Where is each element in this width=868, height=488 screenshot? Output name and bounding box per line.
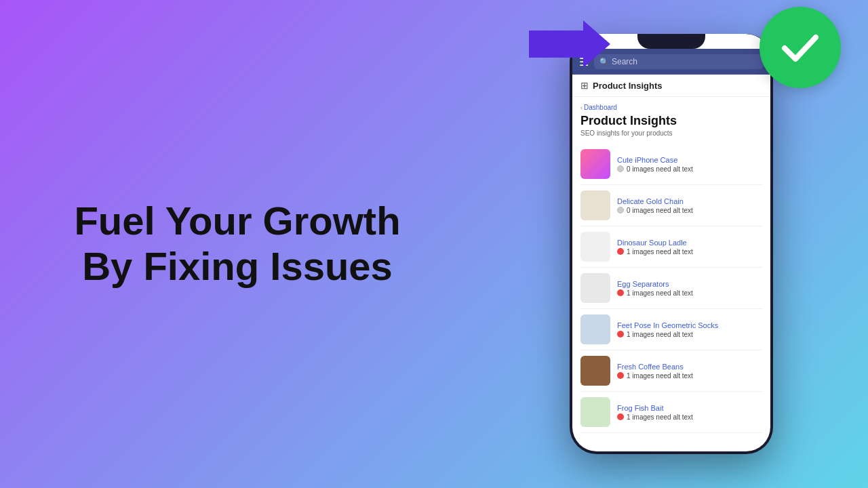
product-status: 1 images need alt text bbox=[617, 413, 762, 421]
status-ok-dot bbox=[617, 207, 624, 214]
product-item[interactable]: Dinosaur Soup Ladle1 images need alt tex… bbox=[580, 226, 762, 268]
breadcrumb-chevron: ‹ bbox=[580, 104, 583, 111]
product-name[interactable]: Dinosaur Soup Ladle bbox=[617, 239, 762, 247]
search-bar[interactable]: 🔍 Search bbox=[594, 54, 764, 69]
product-info: Cute iPhone Case0 images need alt text bbox=[617, 156, 762, 173]
phone-frame: ☰ 🔍 Search ⊞ Product Insights ‹ Dashboar… bbox=[570, 34, 773, 454]
headline-line2: By Fixing Issues bbox=[74, 244, 400, 289]
status-error-dot bbox=[617, 331, 624, 338]
left-section: Fuel Your Growth By Fixing Issues bbox=[0, 171, 475, 316]
product-status: 1 images need alt text bbox=[617, 372, 762, 380]
status-error-dot bbox=[617, 289, 624, 296]
product-status: 1 images need alt text bbox=[617, 331, 762, 338]
product-thumbnail bbox=[580, 149, 610, 179]
status-error-dot bbox=[617, 413, 624, 420]
status-text: 1 images need alt text bbox=[627, 413, 693, 421]
product-thumbnail bbox=[580, 273, 610, 303]
product-status: 0 images need alt text bbox=[617, 207, 762, 214]
status-text: 1 images need alt text bbox=[627, 248, 693, 256]
status-error-dot bbox=[617, 248, 624, 255]
breadcrumb: ‹ Dashboard bbox=[580, 104, 762, 111]
product-name[interactable]: Fresh Coffee Beans bbox=[617, 363, 762, 371]
status-ok-dot bbox=[617, 165, 624, 172]
product-item[interactable]: Feet Pose In Geometric Socks1 images nee… bbox=[580, 309, 762, 350]
headline-line1: Fuel Your Growth bbox=[74, 199, 400, 244]
phone-screen: ☰ 🔍 Search ⊞ Product Insights ‹ Dashboar… bbox=[572, 34, 770, 451]
page-title-bar: ⊞ Product Insights bbox=[572, 75, 770, 97]
product-thumbnail bbox=[580, 232, 610, 262]
status-text: 1 images need alt text bbox=[627, 372, 693, 380]
right-section: ☰ 🔍 Search ⊞ Product Insights ‹ Dashboar… bbox=[475, 0, 868, 488]
status-text: 1 images need alt text bbox=[627, 289, 693, 297]
headline: Fuel Your Growth By Fixing Issues bbox=[74, 199, 400, 289]
arrow-icon bbox=[529, 20, 610, 70]
phone-notch bbox=[637, 34, 705, 49]
product-info: Delicate Gold Chain0 images need alt tex… bbox=[617, 197, 762, 214]
product-name[interactable]: Cute iPhone Case bbox=[617, 156, 762, 164]
content-area: ‹ Dashboard Product Insights SEO insight… bbox=[572, 97, 770, 440]
check-badge bbox=[760, 7, 841, 88]
product-name[interactable]: Delicate Gold Chain bbox=[617, 197, 762, 205]
page-title: Product Insights bbox=[593, 81, 663, 91]
status-text: 0 images need alt text bbox=[627, 207, 693, 214]
product-status: 1 images need alt text bbox=[617, 289, 762, 297]
product-info: Frog Fish Bait1 images need alt text bbox=[617, 404, 762, 421]
section-title: Product Insights bbox=[580, 114, 762, 128]
product-info: Dinosaur Soup Ladle1 images need alt tex… bbox=[617, 239, 762, 256]
breadcrumb-link[interactable]: Dashboard bbox=[584, 104, 617, 111]
grid-icon: ⊞ bbox=[580, 80, 589, 91]
status-text: 1 images need alt text bbox=[627, 331, 693, 338]
section-subtitle: SEO insights for your products bbox=[580, 129, 762, 137]
product-item[interactable]: Frog Fish Bait1 images need alt text bbox=[580, 392, 762, 433]
status-error-dot bbox=[617, 372, 624, 379]
product-thumbnail bbox=[580, 314, 610, 344]
product-info: Egg Separators1 images need alt text bbox=[617, 280, 762, 297]
product-thumbnail bbox=[580, 356, 610, 386]
product-item[interactable]: Delicate Gold Chain0 images need alt tex… bbox=[580, 185, 762, 226]
product-status: 1 images need alt text bbox=[617, 248, 762, 256]
search-placeholder: Search bbox=[612, 57, 637, 66]
product-info: Fresh Coffee Beans1 images need alt text bbox=[617, 363, 762, 380]
product-info: Feet Pose In Geometric Socks1 images nee… bbox=[617, 321, 762, 338]
product-thumbnail bbox=[580, 397, 610, 427]
product-thumbnail bbox=[580, 190, 610, 220]
product-list: Cute iPhone Case0 images need alt textDe… bbox=[580, 144, 762, 433]
status-text: 0 images need alt text bbox=[627, 165, 693, 173]
product-item[interactable]: Cute iPhone Case0 images need alt text bbox=[580, 144, 762, 185]
product-name[interactable]: Feet Pose In Geometric Socks bbox=[617, 321, 762, 329]
product-item[interactable]: Egg Separators1 images need alt text bbox=[580, 268, 762, 309]
product-status: 0 images need alt text bbox=[617, 165, 762, 173]
product-item[interactable]: Fresh Coffee Beans1 images need alt text bbox=[580, 350, 762, 392]
product-name[interactable]: Egg Separators bbox=[617, 280, 762, 288]
svg-marker-0 bbox=[529, 20, 610, 68]
product-name[interactable]: Frog Fish Bait bbox=[617, 404, 762, 412]
